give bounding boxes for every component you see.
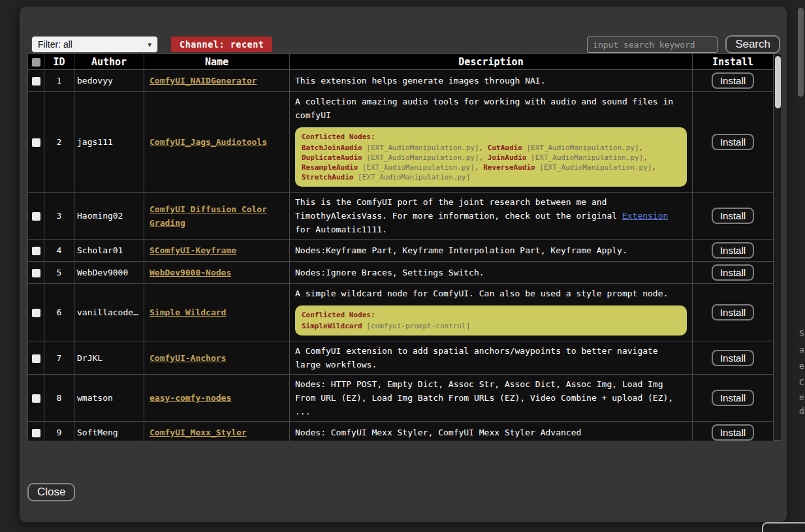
install-button[interactable]: Install — [712, 424, 754, 441]
close-button[interactable]: Close — [27, 483, 75, 501]
node-name-link[interactable]: WebDev9000-Nodes — [150, 268, 231, 277]
conflicted-nodes-list: SimpleWildcard [comfyui-prompt-control] — [302, 321, 680, 331]
node-name-link[interactable]: ComfyUI-Anchors — [150, 353, 226, 363]
row-checkbox[interactable] — [32, 309, 40, 317]
row-description-text: Nodes:Ignore Braces, Settings Switch. — [295, 266, 687, 279]
row-author: bedovyy — [74, 70, 144, 92]
row-name-cell: ComfyUI Diffusion Color Grading — [144, 193, 290, 240]
row-select-cell — [28, 284, 44, 341]
row-checkbox[interactable] — [32, 138, 40, 147]
row-name-cell: ComfyUI_Mexx_Styler — [144, 422, 290, 441]
conflict-node-source: [comfyui-prompt-control] — [366, 322, 470, 330]
conflict-node-name: DuplicateAudio — [302, 153, 362, 162]
row-id: 6 — [44, 284, 74, 341]
row-install-cell: Install — [693, 341, 774, 375]
row-install-cell: Install — [693, 193, 774, 240]
row-install-cell: Install — [693, 92, 774, 193]
node-name-link[interactable]: easy-comfy-nodes — [150, 393, 231, 403]
conflict-node-source: [EXT_AudioManipulation.py] — [362, 163, 475, 172]
table-row: 2jags111ComfyUI_Jags_AudiotoolsA collect… — [28, 92, 774, 193]
install-button[interactable]: Install — [712, 350, 754, 366]
row-checkbox[interactable] — [32, 429, 40, 437]
install-custom-nodes-dialog: Filter: all ▾ Channel: recent Search ID … — [20, 7, 787, 522]
header-author: Author — [74, 54, 144, 70]
row-author: SoftMeng — [74, 422, 144, 441]
row-checkbox[interactable] — [32, 247, 40, 255]
conflict-node-name: ReverseAudio — [483, 163, 535, 172]
row-select-cell — [28, 70, 44, 92]
row-id: 7 — [44, 341, 74, 375]
node-name-link[interactable]: ComfyUI_Mexx_Styler — [150, 428, 247, 437]
row-description-cell: Nodes: HTTP POST, Empty Dict, Assoc Str,… — [290, 375, 693, 422]
install-button[interactable]: Install — [712, 242, 754, 258]
node-name-link[interactable]: ComfyUI_NAIDGenerator — [150, 76, 257, 86]
row-checkbox[interactable] — [32, 77, 40, 86]
conflict-node-name: SimpleWildcard — [302, 322, 362, 330]
row-install-cell: Install — [693, 262, 774, 284]
row-description-text: A collection amazing audio tools for wor… — [295, 95, 687, 122]
row-checkbox[interactable] — [32, 394, 40, 403]
conflict-node-name: BatchJoinAudio — [302, 144, 362, 152]
search-button[interactable]: Search — [725, 35, 780, 54]
row-description-cell: Nodes:Ignore Braces, Settings Switch. — [290, 262, 693, 284]
row-install-cell: Install — [693, 70, 774, 92]
table-scrollbar-thumb[interactable] — [775, 56, 781, 108]
row-install-cell: Install — [693, 422, 774, 441]
conflict-node-source: [EXT_AudioManipulation.py] — [539, 163, 652, 172]
partial-background-button[interactable] — [762, 522, 805, 532]
table-scrollbar[interactable] — [774, 54, 782, 441]
row-id: 8 — [44, 375, 74, 422]
description-link[interactable]: Extension — [622, 211, 668, 221]
table-row: 5WebDev9000WebDev9000-NodesNodes:Ignore … — [28, 262, 774, 284]
row-description-cell: This extension helps generate images thr… — [290, 70, 693, 92]
row-description-cell: Nodes:Keyframe Part, Keyframe Interpolat… — [290, 240, 693, 262]
row-install-cell: Install — [693, 240, 774, 262]
row-author: wmatson — [74, 375, 144, 422]
conflict-node-name: JoinAudio — [488, 153, 527, 162]
row-select-cell — [28, 193, 44, 240]
background-ui-fragment: a — [799, 345, 805, 354]
node-name-link[interactable]: ComfyUI_Jags_Audiotools — [150, 137, 267, 147]
background-ui-fragment: e — [799, 392, 805, 402]
install-button[interactable]: Install — [712, 208, 754, 224]
header-install: Install — [693, 54, 774, 70]
background-ui-fragment: C — [799, 377, 805, 387]
row-checkbox[interactable] — [32, 212, 40, 221]
row-checkbox[interactable] — [32, 269, 40, 277]
conflicted-nodes-list: BatchJoinAudio [EXT_AudioManipulation.py… — [302, 143, 680, 182]
row-id: 3 — [44, 193, 74, 240]
row-description-text: This is the ComfyUI port of the joint re… — [295, 195, 687, 236]
row-description-text: A ComfyUI extension to add spatial ancho… — [295, 344, 687, 371]
install-button[interactable]: Install — [712, 134, 754, 150]
row-name-cell: SComfyUI-Keyframe — [144, 240, 290, 262]
row-checkbox[interactable] — [32, 354, 40, 363]
install-button[interactable]: Install — [712, 304, 754, 321]
table-row: 7DrJKLComfyUI-AnchorsA ComfyUI extension… — [28, 341, 774, 375]
row-description-cell: A collection amazing audio tools for wor… — [290, 92, 693, 193]
install-button[interactable]: Install — [712, 264, 754, 281]
row-name-cell: easy-comfy-nodes — [144, 375, 290, 422]
row-select-cell — [28, 341, 44, 375]
row-select-cell — [28, 375, 44, 422]
node-name-link[interactable]: Simple Wildcard — [150, 307, 226, 317]
row-author: vanillacode… — [74, 284, 144, 341]
row-author: jags111 — [74, 92, 144, 193]
node-name-link[interactable]: SComfyUI-Keyframe — [150, 245, 236, 255]
filter-select[interactable]: Filter: all ▾ — [31, 36, 158, 53]
page-scrollbar-thumb[interactable] — [798, 8, 804, 97]
table-row: 6vanillacode…Simple WildcardA simple wil… — [28, 284, 774, 341]
node-name-link[interactable]: ComfyUI Diffusion Color Grading — [150, 204, 267, 228]
background-ui-fragment: d — [799, 406, 805, 416]
row-select-cell — [28, 240, 44, 262]
conflicted-nodes-title: Conflicted Nodes: — [302, 310, 680, 320]
row-install-cell: Install — [693, 284, 774, 341]
select-all-checkbox[interactable] — [32, 58, 40, 67]
install-button[interactable]: Install — [712, 72, 754, 89]
search-input[interactable] — [587, 37, 718, 53]
row-install-cell: Install — [693, 375, 774, 422]
install-button[interactable]: Install — [712, 390, 754, 406]
row-description-text: Nodes: ComfyUI Mexx Styler, ComfyUI Mexx… — [295, 426, 687, 439]
row-description-text: A simple wildcard node for ComfyUI. Can … — [295, 287, 687, 300]
header-name: Name — [144, 54, 290, 70]
row-author: DrJKL — [74, 341, 144, 375]
